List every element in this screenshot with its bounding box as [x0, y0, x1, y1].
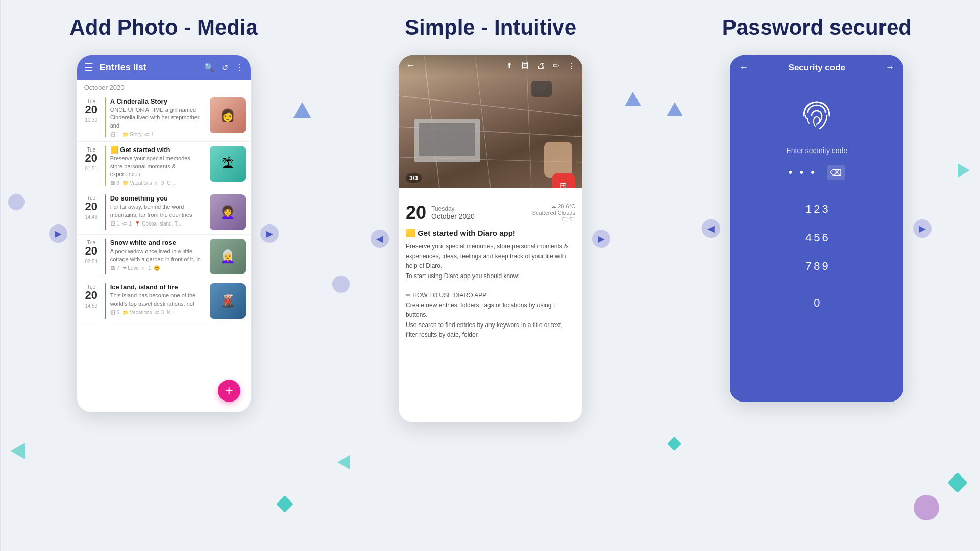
phone-mockup-2: ◀: [399, 55, 582, 422]
security-screen: ← Security code →: [730, 55, 903, 402]
entry-accent: [105, 194, 106, 230]
deco-circle-1: [8, 194, 24, 210]
phone-mockup-3: ◀ ← Security code →: [730, 55, 903, 402]
nav-arrow-right-3[interactable]: ▶: [913, 219, 932, 238]
numpad-zero-row: 0: [781, 290, 852, 327]
share-icon[interactable]: ⬆: [506, 61, 513, 70]
entry-text-content: Preserve your special memories, store pe…: [406, 242, 575, 340]
nav-arrow-left-2[interactable]: ◀: [371, 230, 389, 248]
deco-circle-3: [914, 495, 939, 520]
entry-header-bar: ← ⬆ 🖼 🖨 ✏ ⋮: [399, 55, 582, 76]
entry-date: Tue 20 14:46: [82, 194, 101, 230]
key-3[interactable]: 3: [822, 196, 828, 222]
back-icon[interactable]: ←: [406, 60, 415, 71]
forward-icon-security[interactable]: →: [885, 62, 894, 73]
laptop-shape: [414, 119, 480, 162]
entry-date: Tue 20 01:51: [82, 146, 101, 186]
deco-triangle-2: [11, 443, 25, 459]
menu-icon[interactable]: ☰: [84, 61, 93, 73]
entry-thumbnail: 🏝: [210, 146, 246, 182]
deco-triangle-1: [293, 102, 311, 118]
weather-desc: Scattered Clouds: [532, 210, 575, 216]
numpad-grid: 1 2 3 4 5 6 7 8 9: [795, 196, 839, 290]
date-info: Tuesday October 2020: [431, 205, 527, 220]
key-9[interactable]: 9: [822, 253, 828, 280]
entry-text: 🟨 Get started with Preserve your special…: [110, 146, 206, 186]
security-body: Enter security code • • • ⌫ 1 2: [730, 80, 903, 402]
entry-text: A Cinderalla Story ONCE UPON A TIME a gi…: [110, 97, 206, 137]
entry-accent: [105, 239, 106, 274]
phone-1-header: ☰ Entries list 🔍 ↺ ⋮: [77, 55, 251, 80]
panel-simple-intuitive: Simple - Intuitive ◀: [327, 0, 653, 551]
deco-triangle-3: [625, 92, 641, 106]
entry-date: Tue 20 11:30: [82, 97, 101, 137]
key-7[interactable]: 7: [805, 253, 812, 280]
entry-accent: [105, 146, 106, 186]
table-row[interactable]: Tue 20 08:54 Snow white and rose A poor …: [77, 235, 251, 279]
more-icon[interactable]: ⋮: [235, 63, 243, 72]
weather-temp: ☁ 28.6°C: [532, 203, 575, 210]
deco-triangle-6: [958, 163, 970, 178]
deco-circle-2: [332, 276, 350, 293]
action-button[interactable]: ⊞: [552, 173, 575, 188]
key-6[interactable]: 6: [822, 224, 828, 251]
back-icon-security[interactable]: ←: [739, 62, 748, 73]
key-0[interactable]: 0: [791, 290, 842, 316]
history-icon[interactable]: ↺: [222, 63, 228, 72]
table-row[interactable]: Tue 20 14:46 Do something you Far far aw…: [77, 190, 251, 235]
deco-diamond-1: [276, 495, 293, 513]
entry-text: Snow white and rose A poor widow once li…: [110, 239, 206, 274]
nav-arrow-right-1[interactable]: ▶: [260, 224, 279, 243]
fingerprint-icon: [796, 95, 837, 136]
fab-add[interactable]: +: [218, 380, 240, 402]
nav-arrow-left-1[interactable]: ▶: [49, 224, 67, 243]
entry-day: 20: [406, 202, 426, 223]
phone-2: ← ⬆ 🖼 🖨 ✏ ⋮ 3/3 ⊞ 20: [399, 55, 582, 422]
grid-icon: ⊞: [560, 181, 567, 188]
entry-text: Ice land, island of fire This island has…: [110, 283, 206, 319]
entry-image: ← ⬆ 🖼 🖨 ✏ ⋮ 3/3 ⊞: [399, 55, 582, 188]
image-counter: 3/3: [406, 173, 422, 183]
svg-line-1: [399, 96, 582, 116]
key-1[interactable]: 1: [805, 196, 812, 222]
deco-triangle-4: [337, 455, 350, 469]
table-row[interactable]: Tue 20 14:59 Ice land, island of fire Th…: [77, 279, 251, 323]
entries-list-title: Entries list: [100, 62, 198, 73]
nav-arrow-right-2[interactable]: ▶: [592, 230, 610, 248]
edit-icon[interactable]: ✏: [553, 61, 559, 70]
nav-arrow-left-3[interactable]: ◀: [702, 219, 720, 238]
key-8[interactable]: 8: [814, 253, 820, 280]
print-icon[interactable]: 🖨: [537, 61, 545, 70]
entry-text: Do something you Far far away, behind th…: [110, 194, 206, 230]
security-title: Security code: [748, 63, 885, 73]
more-icon-2[interactable]: ⋮: [568, 61, 575, 70]
entry-body: 🟨 Get started with Diaro app! Preserve y…: [399, 229, 582, 347]
table-row[interactable]: Tue 20 01:51 🟨 Get started with Preserve…: [77, 142, 251, 190]
key-4[interactable]: 4: [805, 224, 812, 251]
pin-input-row: • • • ⌫: [778, 165, 855, 180]
search-icon[interactable]: 🔍: [204, 63, 214, 72]
header-icons: 🔍 ↺ ⋮: [204, 63, 243, 72]
entry-time: 01:51: [532, 217, 575, 222]
camera-shape: [531, 81, 552, 97]
panel-title-3: Password secured: [722, 15, 912, 40]
phone-3: ← Security code →: [730, 55, 903, 402]
security-subtitle: Enter security code: [786, 146, 847, 155]
weather-info: ☁ 28.6°C Scattered Clouds 01:51: [532, 203, 575, 222]
panel-title-2: Simple - Intuitive: [405, 15, 576, 40]
entry-accent: [105, 283, 106, 319]
entry-accent: [105, 97, 106, 137]
deco-diamond-2: [947, 472, 968, 493]
key-2[interactable]: 2: [814, 196, 820, 222]
image-icon[interactable]: 🖼: [521, 61, 529, 70]
deco-diamond-3: [667, 437, 681, 451]
entry-date: Tue 20 14:59: [82, 283, 101, 319]
key-5[interactable]: 5: [814, 224, 820, 251]
security-header: ← Security code →: [730, 55, 903, 80]
panel-password-secured: Password secured ◀ ← Security code →: [654, 0, 980, 551]
backspace-button[interactable]: ⌫: [827, 165, 845, 180]
entry-thumbnail: 👩‍🦱: [210, 194, 246, 230]
pin-dots-display: • • •: [789, 166, 817, 179]
table-row[interactable]: Tue 20 11:30 A Cinderalla Story ONCE UPO…: [77, 93, 251, 142]
entry-title: 🟨 Get started with Diaro app!: [406, 229, 575, 238]
